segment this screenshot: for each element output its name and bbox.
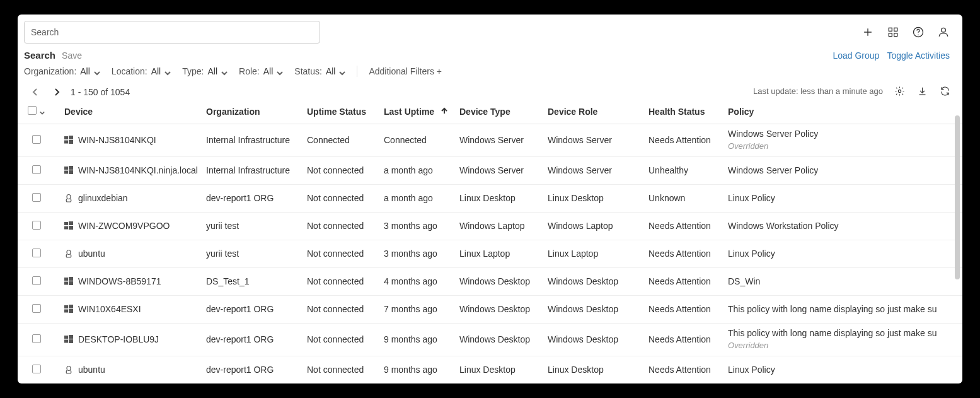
policy-name: Windows Server Policy — [728, 128, 957, 139]
header-last-uptime[interactable]: Last Uptime — [379, 100, 454, 124]
table-row[interactable]: WIN-NJS8104NKQI.ninja.local Internal Inf… — [18, 156, 962, 184]
row-checkbox[interactable] — [32, 193, 41, 202]
device-cell: WIN-ZWCOM9VPGOO — [59, 212, 201, 240]
filter-role[interactable]: Role: All — [239, 66, 283, 76]
table-row[interactable]: WIN10X64ESXI dev-report1 ORG Not connect… — [18, 295, 962, 323]
last-uptime-cell: 9 months ago — [379, 323, 454, 356]
svg-rect-23 — [64, 226, 68, 230]
additional-filters-button[interactable]: Additional Filters + — [369, 66, 442, 76]
row-checkbox[interactable] — [32, 365, 41, 373]
header-device-role[interactable]: Device Role — [543, 100, 643, 124]
help-icon[interactable] — [912, 26, 925, 38]
organization-cell: yurii test — [201, 240, 302, 267]
device-role-cell: Windows Desktop — [543, 323, 643, 356]
uptime-status-cell: Not connected — [302, 267, 379, 295]
device-cell: glinuxdebian — [59, 184, 201, 212]
header-device-type[interactable]: Device Type — [454, 100, 543, 124]
select-all-checkbox[interactable] — [28, 106, 37, 115]
health-status-cell: Needs Attention — [643, 356, 723, 383]
header-organization[interactable]: Organization — [201, 100, 302, 124]
device-name[interactable]: WIN-NJS8104NKQI — [78, 135, 156, 145]
windows-icon — [64, 136, 73, 144]
row-checkbox[interactable] — [32, 276, 41, 285]
row-checkbox-cell — [18, 156, 55, 184]
device-role-cell: Windows Desktop — [543, 295, 643, 323]
header-device[interactable]: Device — [59, 100, 201, 124]
row-checkbox[interactable] — [32, 135, 41, 144]
row-checkbox[interactable] — [32, 249, 41, 257]
table-row[interactable]: DESKTOP-IOBLU9J dev-report1 ORG Not conn… — [18, 323, 962, 356]
device-name[interactable]: WIN-NJS8104NKQI.ninja.local — [78, 165, 198, 175]
toggle-activities-link[interactable]: Toggle Activities — [887, 50, 950, 61]
policy-override: Overridden — [728, 141, 957, 152]
gear-icon[interactable] — [893, 85, 906, 97]
title-bar: Search Save Load Group Toggle Activities — [18, 47, 962, 62]
health-status-cell: Needs Attention — [643, 295, 723, 323]
filter-type[interactable]: Type: All — [182, 66, 228, 76]
svg-rect-28 — [64, 282, 68, 285]
scrollbar-thumb[interactable] — [955, 115, 960, 279]
device-cell: DESKTOP-IOBLU9J — [59, 323, 201, 356]
header-last-uptime-label: Last Uptime — [384, 107, 434, 117]
svg-rect-22 — [69, 221, 73, 225]
table-row[interactable]: glinuxdebian dev-report1 ORG Not connect… — [18, 184, 962, 212]
apps-grid-icon[interactable] — [887, 26, 899, 38]
device-name[interactable]: glinuxdebian — [78, 193, 128, 203]
row-checkbox[interactable] — [32, 165, 41, 174]
table-row[interactable]: ubuntu dev-report1 ORG Not connected 9 m… — [18, 356, 962, 383]
row-checkbox-cell — [18, 240, 55, 267]
prev-page-button[interactable] — [28, 85, 43, 100]
svg-rect-33 — [69, 309, 73, 313]
refresh-icon[interactable] — [938, 85, 951, 97]
svg-rect-35 — [69, 335, 73, 339]
svg-point-38 — [67, 366, 71, 371]
filter-value: All — [207, 66, 217, 76]
filter-label: Status: — [294, 66, 322, 76]
device-name[interactable]: ubuntu — [78, 365, 105, 375]
filter-organization[interactable]: Organization: All — [24, 66, 100, 76]
load-group-link[interactable]: Load Group — [833, 50, 879, 61]
row-checkbox[interactable] — [32, 334, 41, 343]
windows-icon — [64, 335, 73, 344]
svg-point-9 — [898, 90, 901, 92]
organization-cell: dev-report1 ORG — [201, 356, 302, 383]
filter-value: All — [80, 66, 90, 76]
table-row[interactable]: ubuntu yurii test Not connected 3 months… — [18, 240, 962, 267]
header-health-status[interactable]: Health Status — [643, 100, 723, 124]
windows-icon — [64, 277, 73, 286]
device-cell: WIN-NJS8104NKQI.ninja.local — [59, 156, 201, 184]
next-page-button[interactable] — [49, 85, 64, 100]
row-checkbox[interactable] — [32, 221, 41, 230]
device-name[interactable]: WIN-ZWCOM9VPGOO — [78, 221, 170, 231]
download-icon[interactable] — [916, 85, 928, 97]
policy-cell: Windows Workstation Policy — [723, 212, 962, 240]
device-name[interactable]: WIN10X64ESXI — [78, 304, 141, 314]
filter-location[interactable]: Location: All — [112, 66, 171, 76]
header-uptime-status[interactable]: Uptime Status — [302, 100, 379, 124]
row-checkbox-cell — [18, 323, 55, 356]
user-icon[interactable] — [937, 26, 950, 38]
row-checkbox[interactable] — [32, 304, 41, 313]
chevron-down-icon[interactable] — [39, 107, 45, 114]
filter-status[interactable]: Status: All — [294, 66, 345, 76]
right-link-group: Load Group Toggle Activities — [833, 50, 956, 61]
svg-point-7 — [918, 35, 918, 35]
device-type-cell: Linux Desktop — [454, 184, 543, 212]
device-role-cell: Windows Desktop — [543, 267, 643, 295]
health-status-cell: Needs Attention — [643, 267, 723, 295]
table-row[interactable]: WINDOWS-8B59171 DS_Test_1 Not connected … — [18, 267, 962, 295]
table-row[interactable]: WIN-NJS8104NKQI Internal Infrastructure … — [18, 124, 962, 156]
search-input[interactable] — [24, 21, 320, 44]
device-name[interactable]: ubuntu — [78, 249, 105, 259]
windows-icon — [64, 166, 73, 175]
device-name[interactable]: WINDOWS-8B59171 — [78, 276, 161, 286]
svg-rect-13 — [69, 136, 73, 139]
sort-asc-icon — [441, 107, 448, 115]
save-link[interactable]: Save — [62, 50, 82, 61]
device-name[interactable]: DESKTOP-IOBLU9J — [78, 334, 159, 344]
header-policy[interactable]: Policy — [723, 100, 962, 124]
last-uptime-cell: a month ago — [379, 184, 454, 212]
plus-icon[interactable] — [862, 26, 874, 38]
table-row[interactable]: WIN-ZWCOM9VPGOO yurii test Not connected… — [18, 212, 962, 240]
device-table: Device Organization Uptime Status Last U… — [18, 100, 962, 383]
